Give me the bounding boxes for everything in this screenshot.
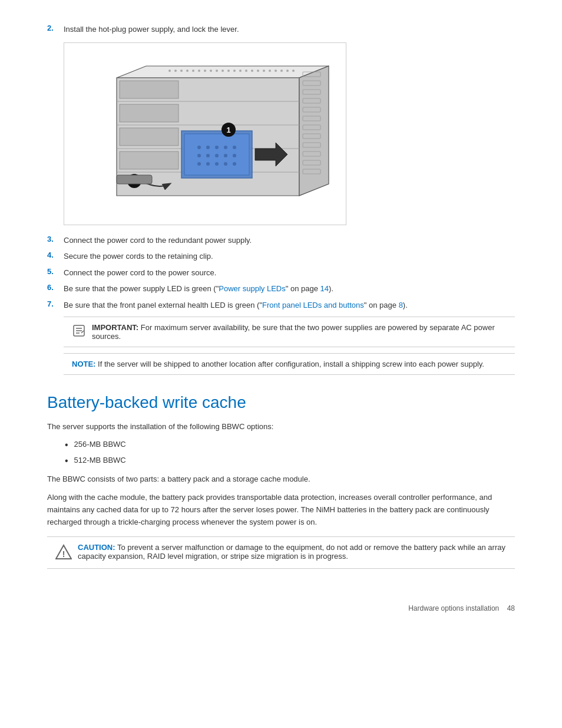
section-title: Battery-backed write cache	[47, 393, 515, 413]
svg-point-27	[263, 70, 265, 72]
bbwc-description: The BBWC consists of two parts: a batter…	[47, 473, 515, 486]
svg-point-18	[210, 70, 212, 72]
svg-point-23	[239, 70, 242, 72]
power-supply-leds-link[interactable]: Power supply LEDs	[219, 284, 285, 293]
svg-point-24	[245, 70, 247, 72]
svg-point-25	[251, 70, 253, 72]
svg-point-28	[269, 70, 271, 72]
svg-point-14	[186, 70, 189, 72]
important-label: IMPORTANT:	[92, 323, 138, 332]
front-panel-leds-link[interactable]: Front panel LEDs and buttons	[262, 301, 364, 309]
important-notice: IMPORTANT: For maximum server availabili…	[64, 317, 515, 347]
svg-point-32	[292, 70, 295, 72]
step-6-text: Be sure that the power supply LED is gre…	[64, 283, 515, 295]
svg-point-35	[197, 146, 201, 149]
step-5-text: Connect the power cord to the power sour…	[64, 267, 515, 279]
svg-point-40	[197, 154, 201, 157]
svg-text:!: !	[62, 549, 65, 559]
important-icon	[72, 324, 86, 338]
important-body: For maximum server availability, be sure…	[92, 323, 495, 341]
caution-icon-wrapper: !	[55, 543, 72, 562]
note-body: If the server will be shipped to another…	[95, 360, 484, 368]
svg-rect-55	[117, 175, 152, 184]
bullet-dot: •	[65, 454, 68, 467]
caution-text: CAUTION: To prevent a server malfunction…	[78, 543, 507, 561]
svg-point-49	[233, 162, 236, 166]
svg-point-13	[180, 70, 183, 72]
svg-point-38	[224, 146, 227, 149]
front-panel-page-link[interactable]: 8	[399, 301, 403, 309]
power-supply-page-link[interactable]: 14	[320, 284, 329, 293]
svg-point-47	[215, 162, 219, 166]
footer: Hardware options installation 48	[47, 604, 515, 612]
server-diagram-svg: 1 2	[70, 48, 340, 219]
bbwc-detail: Along with the cache module, the battery…	[47, 492, 515, 528]
svg-point-42	[215, 154, 219, 157]
svg-rect-10	[120, 151, 178, 169]
step-2-number: 2.	[47, 24, 64, 32]
step-3-text: Connect the power cord to the redundant …	[64, 235, 515, 246]
server-diagram-image: 1 2	[64, 42, 346, 225]
list-item: • 256-MB BBWC	[65, 439, 515, 452]
note-notice: NOTE: If the server will be shipped to a…	[64, 353, 515, 375]
caution-label: CAUTION:	[78, 543, 115, 552]
intro-text: The server supports the installation of …	[47, 421, 515, 433]
bullet-item-1: 256-MB BBWC	[74, 439, 126, 450]
step-6: 6. Be sure that the power supply LED is …	[47, 283, 515, 295]
svg-point-16	[198, 70, 200, 72]
step-5: 5. Connect the power cord to the power s…	[47, 267, 515, 279]
bbwc-options-list: • 256-MB BBWC • 512-MB BBWC	[65, 439, 515, 467]
svg-point-26	[257, 70, 259, 72]
svg-point-17	[204, 70, 206, 72]
svg-rect-8	[120, 104, 178, 122]
list-item: • 512-MB BBWC	[65, 454, 515, 467]
step-4: 4. Secure the power cords to the retaini…	[47, 251, 515, 262]
caution-triangle-icon: !	[55, 544, 72, 561]
svg-rect-9	[120, 128, 178, 146]
step-3: 3. Connect the power cord to the redunda…	[47, 235, 515, 246]
svg-point-15	[192, 70, 194, 72]
important-text: IMPORTANT: For maximum server availabili…	[92, 323, 507, 341]
step-3-number: 3.	[47, 235, 64, 243]
bullet-item-2: 512-MB BBWC	[74, 454, 126, 466]
footer-text: Hardware options installation	[408, 604, 499, 612]
svg-point-20	[222, 70, 224, 72]
svg-point-22	[233, 70, 236, 72]
svg-text:1: 1	[226, 126, 230, 134]
svg-point-29	[275, 70, 277, 72]
step-7-text: Be sure that the front panel external he…	[64, 299, 515, 311]
step-2: 2. Install the hot-plug power supply, an…	[47, 24, 515, 35]
step-7-number: 7.	[47, 299, 64, 308]
svg-point-12	[174, 70, 177, 72]
svg-point-37	[215, 146, 219, 149]
svg-point-21	[227, 70, 230, 72]
svg-rect-7	[120, 81, 178, 98]
bullet-dot: •	[65, 439, 68, 452]
svg-point-41	[206, 154, 210, 157]
step-7: 7. Be sure that the front panel external…	[47, 299, 515, 311]
svg-point-44	[233, 154, 236, 157]
note-label: NOTE:	[72, 360, 95, 368]
svg-point-43	[224, 154, 227, 157]
svg-point-46	[206, 162, 210, 166]
step-4-text: Secure the power cords to the retaining …	[64, 251, 515, 262]
svg-point-48	[224, 162, 227, 166]
step-5-number: 5.	[47, 267, 64, 276]
svg-point-36	[206, 146, 210, 149]
svg-point-45	[197, 162, 201, 166]
caution-body: To prevent a server malfunction or damag…	[78, 543, 505, 561]
step-4-number: 4.	[47, 251, 64, 259]
footer-page: 48	[507, 604, 515, 612]
svg-point-11	[168, 70, 171, 72]
svg-point-19	[216, 70, 218, 72]
step-2-text: Install the hot-plug power supply, and l…	[64, 24, 515, 35]
step-6-number: 6.	[47, 283, 64, 292]
svg-point-30	[280, 70, 283, 72]
caution-notice: ! CAUTION: To prevent a server malfuncti…	[47, 536, 515, 569]
svg-point-31	[286, 70, 289, 72]
svg-point-39	[233, 146, 236, 149]
